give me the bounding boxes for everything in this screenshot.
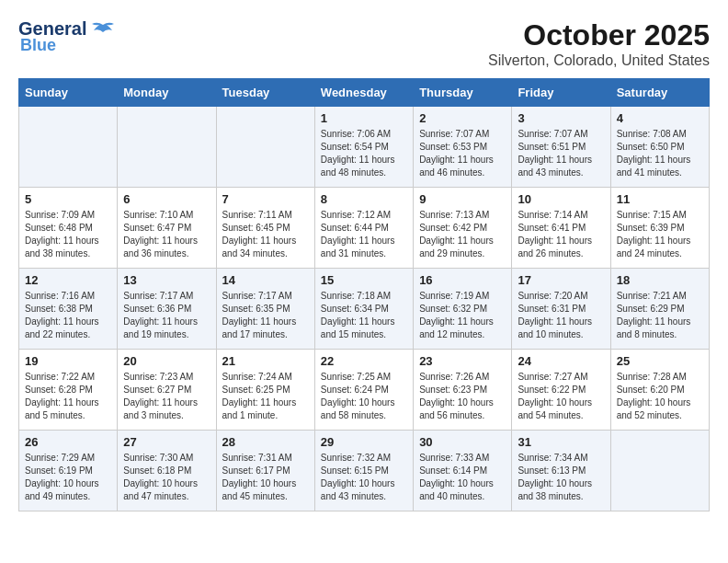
calendar-week-row: 1Sunrise: 7:06 AM Sunset: 6:54 PM Daylig…	[19, 107, 710, 188]
calendar-week-row: 19Sunrise: 7:22 AM Sunset: 6:28 PM Dayli…	[19, 350, 710, 431]
calendar-cell: 17Sunrise: 7:20 AM Sunset: 6:31 PM Dayli…	[512, 269, 610, 350]
day-number: 29	[321, 435, 407, 449]
calendar-cell: 31Sunrise: 7:34 AM Sunset: 6:13 PM Dayli…	[512, 431, 610, 511]
day-info: Sunrise: 7:09 AM Sunset: 6:48 PM Dayligh…	[25, 209, 111, 260]
calendar-cell: 16Sunrise: 7:19 AM Sunset: 6:32 PM Dayli…	[414, 269, 512, 350]
day-number: 10	[518, 192, 604, 206]
calendar-cell: 21Sunrise: 7:24 AM Sunset: 6:25 PM Dayli…	[216, 350, 314, 431]
header-day-saturday: Saturday	[610, 79, 709, 107]
calendar-cell: 23Sunrise: 7:26 AM Sunset: 6:23 PM Dayli…	[414, 350, 512, 431]
day-info: Sunrise: 7:31 AM Sunset: 6:17 PM Dayligh…	[222, 452, 309, 503]
day-number: 12	[25, 273, 111, 287]
calendar-header-row: SundayMondayTuesdayWednesdayThursdayFrid…	[19, 79, 710, 107]
day-info: Sunrise: 7:16 AM Sunset: 6:38 PM Dayligh…	[25, 290, 111, 341]
header-day-thursday: Thursday	[414, 79, 512, 107]
day-info: Sunrise: 7:27 AM Sunset: 6:22 PM Dayligh…	[518, 371, 604, 422]
day-info: Sunrise: 7:15 AM Sunset: 6:39 PM Dayligh…	[617, 209, 703, 260]
header-day-wednesday: Wednesday	[314, 79, 413, 107]
calendar-table: SundayMondayTuesdayWednesdayThursdayFrid…	[18, 78, 710, 511]
day-number: 2	[419, 111, 506, 125]
day-number: 6	[123, 192, 210, 206]
calendar-cell: 2Sunrise: 7:07 AM Sunset: 6:53 PM Daylig…	[414, 107, 512, 188]
calendar-cell: 10Sunrise: 7:14 AM Sunset: 6:41 PM Dayli…	[512, 188, 610, 269]
calendar-cell: 6Sunrise: 7:10 AM Sunset: 6:47 PM Daylig…	[118, 188, 216, 269]
day-info: Sunrise: 7:12 AM Sunset: 6:44 PM Dayligh…	[321, 209, 407, 260]
day-number: 30	[419, 435, 506, 449]
day-info: Sunrise: 7:25 AM Sunset: 6:24 PM Dayligh…	[321, 371, 407, 422]
calendar-cell: 9Sunrise: 7:13 AM Sunset: 6:42 PM Daylig…	[414, 188, 512, 269]
day-number: 24	[518, 354, 604, 368]
header-day-friday: Friday	[512, 79, 610, 107]
calendar-cell: 24Sunrise: 7:27 AM Sunset: 6:22 PM Dayli…	[512, 350, 610, 431]
day-number: 7	[222, 192, 309, 206]
day-number: 5	[25, 192, 111, 206]
day-info: Sunrise: 7:29 AM Sunset: 6:19 PM Dayligh…	[25, 452, 111, 503]
calendar-cell: 1Sunrise: 7:06 AM Sunset: 6:54 PM Daylig…	[314, 107, 413, 188]
header-day-monday: Monday	[118, 79, 216, 107]
day-number: 21	[222, 354, 309, 368]
calendar-cell: 7Sunrise: 7:11 AM Sunset: 6:45 PM Daylig…	[216, 188, 314, 269]
day-number: 27	[123, 435, 210, 449]
day-info: Sunrise: 7:34 AM Sunset: 6:13 PM Dayligh…	[518, 452, 604, 503]
day-number: 25	[617, 354, 703, 368]
day-info: Sunrise: 7:17 AM Sunset: 6:35 PM Dayligh…	[222, 290, 309, 341]
day-number: 16	[419, 273, 506, 287]
calendar-cell: 8Sunrise: 7:12 AM Sunset: 6:44 PM Daylig…	[314, 188, 413, 269]
day-number: 28	[222, 435, 309, 449]
day-info: Sunrise: 7:13 AM Sunset: 6:42 PM Dayligh…	[419, 209, 506, 260]
calendar-cell: 14Sunrise: 7:17 AM Sunset: 6:35 PM Dayli…	[216, 269, 314, 350]
day-number: 3	[518, 111, 604, 125]
calendar-subtitle: Silverton, Colorado, United States	[488, 52, 710, 69]
calendar-cell: 11Sunrise: 7:15 AM Sunset: 6:39 PM Dayli…	[610, 188, 709, 269]
day-info: Sunrise: 7:14 AM Sunset: 6:41 PM Dayligh…	[518, 209, 604, 260]
calendar-week-row: 26Sunrise: 7:29 AM Sunset: 6:19 PM Dayli…	[19, 431, 710, 511]
day-number: 31	[518, 435, 604, 449]
day-info: Sunrise: 7:10 AM Sunset: 6:47 PM Dayligh…	[123, 209, 210, 260]
calendar-cell: 25Sunrise: 7:28 AM Sunset: 6:20 PM Dayli…	[610, 350, 709, 431]
header-day-tuesday: Tuesday	[216, 79, 314, 107]
day-info: Sunrise: 7:24 AM Sunset: 6:25 PM Dayligh…	[222, 371, 309, 422]
calendar-cell: 3Sunrise: 7:07 AM Sunset: 6:51 PM Daylig…	[512, 107, 610, 188]
day-info: Sunrise: 7:26 AM Sunset: 6:23 PM Dayligh…	[419, 371, 506, 422]
day-number: 19	[25, 354, 111, 368]
calendar-cell: 27Sunrise: 7:30 AM Sunset: 6:18 PM Dayli…	[118, 431, 216, 511]
calendar-cell: 20Sunrise: 7:23 AM Sunset: 6:27 PM Dayli…	[118, 350, 216, 431]
day-info: Sunrise: 7:22 AM Sunset: 6:28 PM Dayligh…	[25, 371, 111, 422]
calendar-cell: 18Sunrise: 7:21 AM Sunset: 6:29 PM Dayli…	[610, 269, 709, 350]
day-info: Sunrise: 7:20 AM Sunset: 6:31 PM Dayligh…	[518, 290, 604, 341]
day-number: 15	[321, 273, 407, 287]
page-header: General Blue October 2025 Silverton, Col…	[18, 18, 710, 69]
calendar-cell: 28Sunrise: 7:31 AM Sunset: 6:17 PM Dayli…	[216, 431, 314, 511]
day-info: Sunrise: 7:30 AM Sunset: 6:18 PM Dayligh…	[123, 452, 210, 503]
header-day-sunday: Sunday	[19, 79, 118, 107]
calendar-cell: 26Sunrise: 7:29 AM Sunset: 6:19 PM Dayli…	[19, 431, 118, 511]
day-number: 26	[25, 435, 111, 449]
calendar-cell: 19Sunrise: 7:22 AM Sunset: 6:28 PM Dayli…	[19, 350, 118, 431]
calendar-title: October 2025	[488, 18, 710, 52]
day-number: 20	[123, 354, 210, 368]
day-info: Sunrise: 7:06 AM Sunset: 6:54 PM Dayligh…	[321, 128, 407, 179]
calendar-cell: 5Sunrise: 7:09 AM Sunset: 6:48 PM Daylig…	[19, 188, 118, 269]
calendar-cell: 15Sunrise: 7:18 AM Sunset: 6:34 PM Dayli…	[314, 269, 413, 350]
day-info: Sunrise: 7:32 AM Sunset: 6:15 PM Dayligh…	[321, 452, 407, 503]
day-number: 8	[321, 192, 407, 206]
day-number: 23	[419, 354, 506, 368]
calendar-cell: 12Sunrise: 7:16 AM Sunset: 6:38 PM Dayli…	[19, 269, 118, 350]
day-number: 11	[617, 192, 703, 206]
day-number: 1	[321, 111, 407, 125]
day-number: 4	[617, 111, 703, 125]
day-info: Sunrise: 7:07 AM Sunset: 6:51 PM Dayligh…	[518, 128, 604, 179]
day-number: 22	[321, 354, 407, 368]
day-number: 14	[222, 273, 309, 287]
day-info: Sunrise: 7:17 AM Sunset: 6:36 PM Dayligh…	[123, 290, 210, 341]
day-info: Sunrise: 7:21 AM Sunset: 6:29 PM Dayligh…	[617, 290, 703, 341]
day-info: Sunrise: 7:19 AM Sunset: 6:32 PM Dayligh…	[419, 290, 506, 341]
day-number: 17	[518, 273, 604, 287]
calendar-week-row: 12Sunrise: 7:16 AM Sunset: 6:38 PM Dayli…	[19, 269, 710, 350]
calendar-title-block: October 2025 Silverton, Colorado, United…	[488, 18, 710, 69]
day-info: Sunrise: 7:23 AM Sunset: 6:27 PM Dayligh…	[123, 371, 210, 422]
calendar-cell	[216, 107, 314, 188]
day-info: Sunrise: 7:08 AM Sunset: 6:50 PM Dayligh…	[617, 128, 703, 179]
calendar-cell	[19, 107, 118, 188]
day-info: Sunrise: 7:18 AM Sunset: 6:34 PM Dayligh…	[321, 290, 407, 341]
